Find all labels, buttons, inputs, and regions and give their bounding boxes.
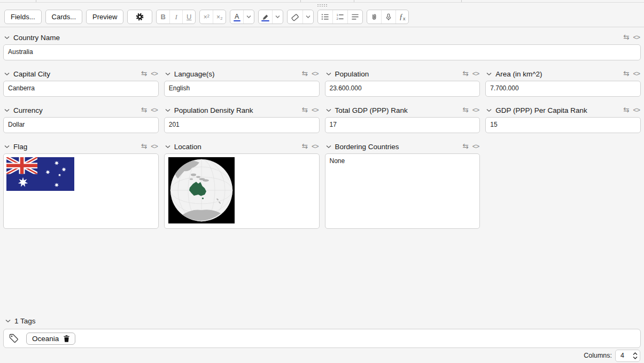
html-editor-icon[interactable]: <> <box>151 106 158 114</box>
field-input[interactable]: 17 <box>325 117 480 133</box>
fields-button[interactable]: Fields... <box>4 10 42 24</box>
toggle-sticky-icon[interactable]: ⇆ <box>141 70 147 78</box>
toggle-sticky-icon[interactable]: ⇆ <box>302 143 308 150</box>
html-editor-icon[interactable]: <> <box>151 70 158 78</box>
chevron-down-icon <box>275 15 280 19</box>
delete-tag-icon[interactable] <box>64 335 69 342</box>
superscript-button[interactable]: ×² <box>200 10 213 24</box>
html-editor-icon[interactable]: <> <box>312 106 319 114</box>
collapse-field-icon[interactable] <box>4 109 10 112</box>
spinner-up-icon[interactable] <box>633 352 638 356</box>
field-location: Location ⇆ <> <box>164 140 320 229</box>
field-row: Currency ⇆ <> Dollar Population Density … <box>3 103 641 133</box>
attach-button[interactable] <box>367 10 381 24</box>
field-area: Area (in km^2) ⇆ <> 7.700.000 <box>485 67 641 97</box>
field-total-gdp-rank: Total GDP (PPP) Rank ⇆ <> 17 <box>325 103 480 133</box>
field-row: Capital City ⇆ <> Canberra Language(s) ⇆… <box>3 67 641 97</box>
html-editor-icon[interactable]: <> <box>472 143 479 150</box>
toggle-sticky-icon[interactable]: ⇆ <box>462 70 468 78</box>
remove-formatting-dropdown[interactable] <box>302 10 313 24</box>
html-editor-icon[interactable]: <> <box>151 143 158 150</box>
field-bordering-countries: Bordering Countries ⇆ <> None <box>325 140 480 229</box>
bullet-list-button[interactable] <box>318 10 332 24</box>
collapse-field-icon[interactable] <box>326 72 331 76</box>
field-input[interactable]: 15 <box>485 117 641 133</box>
collapse-field-icon[interactable] <box>4 36 10 40</box>
remove-formatting-button[interactable] <box>288 10 302 24</box>
html-editor-icon[interactable]: <> <box>472 70 479 78</box>
field-input[interactable]: 23.600.000 <box>325 81 480 97</box>
collapse-tags-icon[interactable] <box>5 319 11 323</box>
toggle-sticky-icon[interactable]: ⇆ <box>623 70 629 78</box>
cards-button[interactable]: Cards... <box>45 10 83 24</box>
field-input[interactable]: None <box>325 153 480 229</box>
align-left-icon <box>351 13 360 21</box>
collapse-field-icon[interactable] <box>165 145 170 149</box>
html-editor-icon[interactable]: <> <box>633 106 640 114</box>
underline-button[interactable]: U <box>182 10 195 24</box>
field-input[interactable]: Dollar <box>3 117 159 133</box>
field-input[interactable] <box>164 153 320 229</box>
field-population: Population ⇆ <> 23.600.000 <box>325 67 480 97</box>
italic-button[interactable]: I <box>169 10 182 24</box>
highlight-color-group <box>258 10 283 24</box>
editor-settings-button[interactable] <box>127 10 152 24</box>
text-color-dropdown[interactable] <box>243 10 254 24</box>
bold-button[interactable]: B <box>157 10 169 24</box>
text-color-button[interactable]: A <box>230 10 243 24</box>
toggle-sticky-icon[interactable]: ⇆ <box>462 143 468 150</box>
splitter-drag-handle-icon[interactable] <box>317 4 327 7</box>
toggle-sticky-icon[interactable]: ⇆ <box>462 106 468 114</box>
html-editor-icon[interactable]: <> <box>472 106 479 114</box>
numbered-list-button[interactable]: 1 2 <box>332 10 347 24</box>
collapse-field-icon[interactable] <box>486 72 492 76</box>
window-top-strip <box>0 0 644 7</box>
format-group-biu: B I U <box>156 10 196 24</box>
record-audio-button[interactable] <box>381 10 395 24</box>
paperclip-icon <box>370 12 378 22</box>
tags-input-area[interactable]: Oceania <box>3 329 641 348</box>
toggle-sticky-icon[interactable]: ⇆ <box>302 70 308 78</box>
html-editor-icon[interactable]: <> <box>633 34 640 41</box>
field-input[interactable]: 201 <box>164 117 320 133</box>
alignment-button[interactable] <box>347 10 362 24</box>
highlight-color-button[interactable] <box>259 10 272 24</box>
html-editor-icon[interactable]: <> <box>312 70 319 78</box>
math-equation-button[interactable]: ƒx <box>395 10 408 24</box>
field-capital-city: Capital City ⇆ <> Canberra <box>3 67 159 97</box>
collapse-field-icon[interactable] <box>165 109 170 112</box>
collapse-field-icon[interactable] <box>4 72 10 76</box>
preview-button[interactable]: Preview <box>86 10 123 24</box>
field-languages: Language(s) ⇆ <> English <box>164 67 320 97</box>
toggle-sticky-icon[interactable]: ⇆ <box>141 106 147 114</box>
collapse-field-icon[interactable] <box>486 109 492 112</box>
fx-icon: ƒx <box>399 13 406 21</box>
collapse-field-icon[interactable] <box>165 72 170 76</box>
highlighter-icon <box>261 12 269 22</box>
html-editor-icon[interactable]: <> <box>633 70 640 78</box>
spinner-down-icon[interactable] <box>633 356 638 359</box>
html-editor-icon[interactable]: <> <box>312 143 319 150</box>
field-label: Bordering Countries <box>335 143 399 151</box>
toggle-sticky-icon[interactable]: ⇆ <box>623 106 629 114</box>
field-input[interactable]: Canberra <box>3 81 159 97</box>
field-input[interactable] <box>3 153 159 229</box>
collapse-field-icon[interactable] <box>326 145 331 149</box>
tag-pill-oceania[interactable]: Oceania <box>26 333 75 345</box>
field-label: Population Density Rank <box>174 106 253 114</box>
toggle-sticky-icon[interactable]: ⇆ <box>302 106 308 114</box>
toggle-sticky-icon[interactable]: ⇆ <box>623 34 629 41</box>
subscript-button[interactable]: ×₂ <box>213 10 226 24</box>
toggle-sticky-icon[interactable]: ⇆ <box>141 143 147 150</box>
field-input[interactable]: 7.700.000 <box>485 81 641 97</box>
columns-spinner[interactable]: 4 <box>615 350 640 362</box>
top-separator-line <box>0 2 644 3</box>
tag-icon <box>9 333 19 344</box>
collapse-field-icon[interactable] <box>4 145 10 149</box>
field-input[interactable]: Australia <box>3 44 641 60</box>
field-header: Country Name ⇆ <> <box>3 30 641 44</box>
collapse-field-icon[interactable] <box>326 109 331 112</box>
field-input[interactable]: English <box>164 81 320 97</box>
highlight-color-dropdown[interactable] <box>272 10 283 24</box>
chevron-down-icon <box>306 15 311 19</box>
